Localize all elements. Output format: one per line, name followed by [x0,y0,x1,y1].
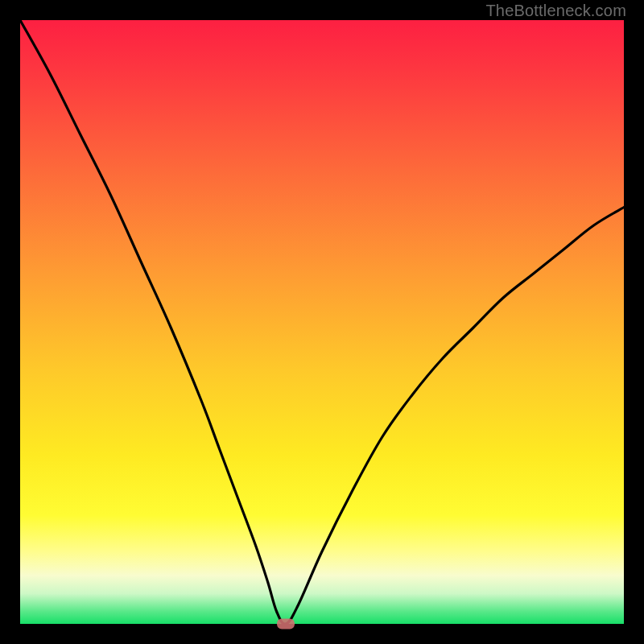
bottleneck-curve [20,20,624,624]
plot-area [20,20,624,624]
watermark-text: TheBottleneck.com [485,2,626,20]
chart-frame: TheBottleneck.com [0,0,644,644]
minimum-marker [277,619,295,630]
